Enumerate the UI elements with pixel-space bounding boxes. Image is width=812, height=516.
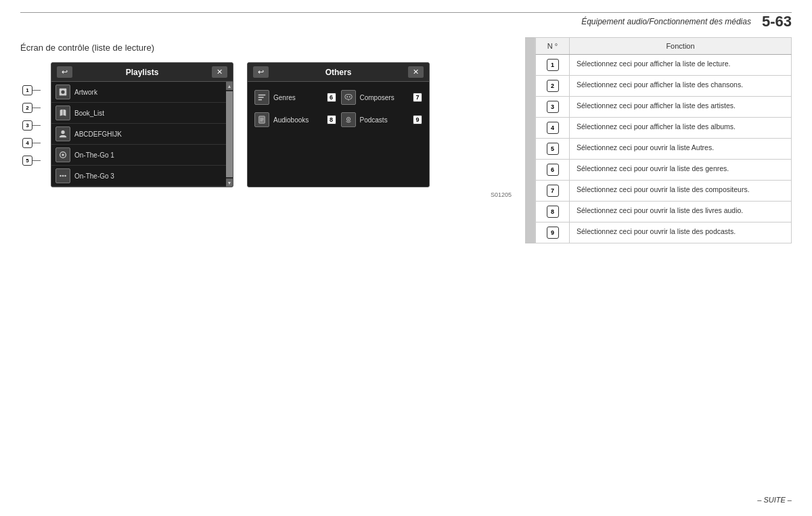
label-num-4: 4 xyxy=(22,138,32,148)
table-row: 9 Sélectionnez ceci pour ouvrir la liste… xyxy=(535,222,792,243)
others-grid: Genres 6 Com xyxy=(248,82,429,135)
booklist-icon xyxy=(55,105,70,120)
row-func-cell: Sélectionnez ceci pour ouvrir la liste d… xyxy=(570,222,791,243)
playlist-item-abc[interactable]: ABCDEFGHIJK xyxy=(51,124,233,145)
podcasts-icon xyxy=(341,112,356,127)
table-row: 8 Sélectionnez ceci pour ouvrir la liste… xyxy=(535,202,792,222)
table-row: 7 Sélectionnez ceci pour ouvrir la liste… xyxy=(535,181,792,202)
row-func-cell: Sélectionnez ceci pour ouvrir la liste d… xyxy=(570,160,791,180)
abc-icon xyxy=(55,126,70,141)
header-title: Équipement audio/Fonctionnement des médi… xyxy=(581,17,751,26)
row-num-box: 6 xyxy=(547,164,559,176)
svg-point-7 xyxy=(62,175,64,177)
row-num-box: 2 xyxy=(547,80,559,92)
row-num-cell: 4 xyxy=(536,118,570,138)
svg-point-6 xyxy=(60,175,62,177)
row-num-box: 3 xyxy=(547,101,559,113)
screen2-title: Others xyxy=(269,68,408,77)
screen-others: ↩ Others ✕ Genres 6 xyxy=(247,62,430,187)
table-row: 4 Sélectionnez ceci pour afficher la lis… xyxy=(535,118,792,139)
scrollbar[interactable]: ▲ ▼ xyxy=(226,82,233,187)
screen2-header: ↩ Others ✕ xyxy=(248,63,429,82)
scroll-up[interactable]: ▲ xyxy=(226,82,233,90)
section-title: Écran de contrôle (liste de lecture) xyxy=(20,43,512,53)
genres-item[interactable]: Genres 6 xyxy=(253,87,338,108)
table-row: 1 Sélectionnez ceci pour afficher la lis… xyxy=(535,55,792,76)
gray-sidebar xyxy=(525,37,535,243)
label-5: 5 xyxy=(22,153,41,168)
header-page: 5-63 xyxy=(762,13,792,30)
row-num-cell: 5 xyxy=(536,139,570,159)
playlist-item-booklist[interactable]: Book_List xyxy=(51,103,233,124)
table-row: 2 Sélectionnez ceci pour afficher la lis… xyxy=(535,76,792,97)
label-num-3: 3 xyxy=(22,120,32,131)
audiobooks-icon xyxy=(254,112,269,127)
row-num-box: 9 xyxy=(547,227,559,239)
row-num-cell: 3 xyxy=(536,97,570,117)
label-num-1: 1 xyxy=(22,85,32,95)
genres-label: Genres xyxy=(273,94,323,101)
row-num-box: 8 xyxy=(547,206,559,218)
playlist-item-otg3[interactable]: On-The-Go 3 xyxy=(51,166,233,187)
podcasts-item[interactable]: Podcasts 9 xyxy=(340,110,424,130)
composers-label: Composers xyxy=(360,94,409,101)
playlist-item-artwork[interactable]: Artwork xyxy=(51,82,233,103)
audiobooks-item[interactable]: Audiobooks 8 xyxy=(253,110,338,130)
row-num-cell: 7 xyxy=(536,181,570,201)
composers-num: 7 xyxy=(413,93,422,102)
right-table: N ° Fonction 1 Sélectionnez ceci pour af… xyxy=(535,37,792,243)
row-num-cell: 2 xyxy=(536,76,570,96)
screen2-back-button[interactable]: ↩ xyxy=(253,66,269,78)
table-row: 3 Sélectionnez ceci pour afficher la lis… xyxy=(535,97,792,118)
podcasts-label: Podcasts xyxy=(360,116,409,124)
label-2: 2 xyxy=(22,100,41,115)
screen1-close-button[interactable]: ✕ xyxy=(212,66,227,78)
abc-label: ABCDEFGHIJK xyxy=(74,131,229,138)
composers-icon xyxy=(341,90,356,105)
table-header: N ° Fonction xyxy=(535,37,792,55)
label-num-5: 5 xyxy=(22,156,32,166)
row-num-cell: 9 xyxy=(536,222,570,243)
svg-point-9 xyxy=(346,96,348,97)
screen1-items: Artwork Book_List xyxy=(51,82,233,187)
labels-column: 1 2 3 4 xyxy=(22,83,41,168)
otg1-label: On-The-Go 1 xyxy=(74,151,229,159)
audiobooks-num: 8 xyxy=(327,115,336,124)
row-func-cell: Sélectionnez ceci pour ouvrir la liste d… xyxy=(570,181,791,201)
row-num-box: 1 xyxy=(547,59,559,71)
screen2-close-button[interactable]: ✕ xyxy=(408,66,424,78)
col-num-header: N ° xyxy=(536,38,570,54)
genres-icon xyxy=(254,90,269,105)
left-content: Écran de contrôle (liste de lecture) 1 2… xyxy=(20,37,525,243)
label-num-2: 2 xyxy=(22,103,32,113)
genres-num: 6 xyxy=(327,93,336,102)
row-func-cell: Sélectionnez ceci pour afficher la liste… xyxy=(570,97,791,117)
label-4: 4 xyxy=(22,135,41,150)
label-1: 1 xyxy=(22,83,41,97)
playlist-item-otg1[interactable]: On-The-Go 1 xyxy=(51,145,233,166)
svg-point-10 xyxy=(348,96,350,97)
artwork-label: Artwork xyxy=(74,89,229,96)
screens-container: ↩ Playlists ✕ Artwork xyxy=(51,62,512,187)
col-func-header: Fonction xyxy=(570,38,791,54)
screen-playlists: ↩ Playlists ✕ Artwork xyxy=(51,62,233,187)
label-3: 3 xyxy=(22,118,41,133)
composers-item[interactable]: Composers 7 xyxy=(340,87,424,108)
scroll-thumb[interactable] xyxy=(226,91,233,177)
table-body: 1 Sélectionnez ceci pour afficher la lis… xyxy=(535,55,792,243)
svg-point-5 xyxy=(62,154,64,156)
header: Équipement audio/Fonctionnement des médi… xyxy=(20,12,792,30)
screen1-back-button[interactable]: ↩ xyxy=(57,66,72,78)
artwork-icon xyxy=(55,85,70,99)
screen1-header: ↩ Playlists ✕ xyxy=(51,63,233,82)
svg-point-17 xyxy=(348,118,349,120)
row-num-box: 4 xyxy=(547,122,559,134)
row-num-cell: 6 xyxy=(536,160,570,180)
row-func-cell: Sélectionnez ceci pour ouvrir la liste d… xyxy=(570,202,791,222)
scroll-down[interactable]: ▼ xyxy=(226,179,233,187)
otg1-icon xyxy=(55,147,70,162)
screen1-title: Playlists xyxy=(72,68,212,77)
row-num-cell: 1 xyxy=(536,55,570,75)
table-row: 6 Sélectionnez ceci pour ouvrir la liste… xyxy=(535,160,792,181)
row-num-cell: 8 xyxy=(536,202,570,222)
